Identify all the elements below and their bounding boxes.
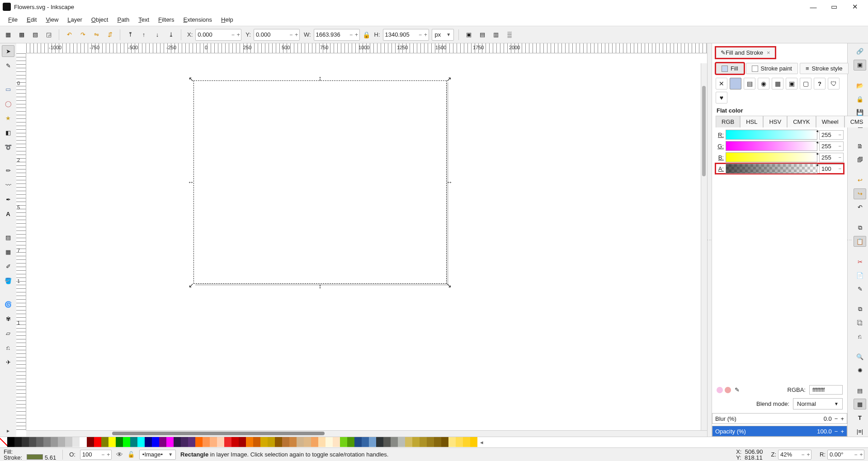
layer-visibility-icon[interactable]: 👁 — [116, 451, 123, 458]
palette-swatch[interactable] — [7, 437, 14, 447]
channel-value-field[interactable]: 100− — [819, 164, 844, 174]
x-input[interactable] — [196, 31, 229, 38]
unlink-clone-icon[interactable]: ⎌ — [854, 331, 866, 342]
w-minus[interactable]: − — [349, 32, 354, 38]
dropper-tool[interactable]: ✐ — [2, 260, 14, 272]
palette-swatch[interactable] — [87, 437, 94, 447]
resize-handle-right[interactable]: ↔ — [446, 179, 453, 186]
blur-plus[interactable]: + — [840, 415, 844, 422]
palette-swatch[interactable] — [123, 437, 130, 447]
panel-collapse-grip[interactable]: ⋮ — [707, 43, 712, 437]
resize-handle-bl[interactable]: ↙ — [189, 282, 194, 289]
transform-affect-scale-icon[interactable]: ▤ — [477, 29, 488, 40]
ruler-vertical[interactable]: 025711 — [16, 53, 26, 430]
w-plus[interactable]: + — [354, 32, 359, 38]
palette-swatch[interactable] — [116, 437, 123, 447]
menu-help[interactable]: Help — [217, 15, 238, 24]
zoom-input[interactable] — [778, 451, 799, 458]
paint-heart-icon[interactable]: ♥ — [716, 92, 727, 103]
palette-swatch[interactable] — [427, 437, 434, 447]
palette-swatch[interactable] — [51, 437, 58, 447]
align-distribute-icon[interactable]: ▤ — [854, 385, 866, 396]
palette-swatch[interactable] — [72, 437, 80, 447]
paint-mesh[interactable]: ▢ — [800, 78, 811, 89]
palette-swatch[interactable] — [58, 437, 65, 447]
channel-value-field[interactable]: 255− — [819, 141, 844, 151]
resize-handle-bottom[interactable]: ↕ — [319, 282, 322, 290]
palette-swatch[interactable] — [65, 437, 72, 447]
lock-layer-icon[interactable]: 🔒 — [854, 94, 866, 104]
selector-tool[interactable]: ➤ — [2, 45, 14, 57]
x-plus[interactable]: + — [236, 32, 241, 38]
h-input[interactable] — [383, 31, 417, 38]
channel-slider[interactable]: ◂ — [726, 152, 817, 162]
menu-file[interactable]: File — [4, 15, 22, 24]
color-tab-cms[interactable]: CMS — [844, 116, 868, 127]
subtab-stroke-style[interactable]: ≡ Stroke style — [800, 63, 849, 74]
palette-swatch[interactable] — [188, 437, 195, 447]
palette-swatch-none[interactable] — [0, 437, 7, 447]
node-tool[interactable]: ✎ — [2, 60, 14, 71]
clipboard-icon[interactable]: 📄 — [854, 270, 866, 281]
copy-icon[interactable]: ⧉ — [854, 222, 866, 233]
palette-swatch[interactable] — [43, 437, 51, 447]
mesh-tool[interactable]: ▦ — [2, 246, 14, 258]
snap-enable-icon[interactable]: 🔗 — [854, 46, 866, 57]
cut-icon[interactable]: ✂ — [854, 256, 866, 267]
lpe-tool[interactable]: ✈ — [2, 356, 14, 368]
palette-swatch[interactable] — [275, 437, 282, 447]
y-plus[interactable]: + — [294, 32, 299, 38]
resize-handle-left[interactable]: ↔ — [188, 179, 194, 186]
xml-editor-icon[interactable]: |≡| — [854, 426, 866, 437]
eraser-tool[interactable]: ▱ — [2, 327, 14, 339]
palette-swatch[interactable] — [217, 437, 224, 447]
palette-swatch[interactable] — [22, 437, 29, 447]
palette-swatch[interactable] — [108, 437, 116, 447]
menu-layer[interactable]: Layer — [63, 15, 87, 24]
color-tab-hsv[interactable]: HSV — [763, 116, 787, 127]
palette-swatch[interactable] — [174, 437, 181, 447]
palette-swatch[interactable] — [333, 437, 340, 447]
menu-object[interactable]: Object — [87, 15, 113, 24]
select-all-icon[interactable]: ▩ — [16, 29, 27, 40]
undo-history-icon[interactable]: ↶ — [854, 202, 866, 213]
master-opacity-field[interactable]: −+ — [80, 450, 112, 460]
palette-swatch[interactable] — [145, 437, 152, 447]
palette-swatch[interactable] — [289, 437, 297, 447]
paint-flat[interactable] — [730, 78, 741, 89]
palette-swatch[interactable] — [369, 437, 376, 447]
palette-swatch[interactable] — [210, 437, 217, 447]
palette-swatch[interactable] — [441, 437, 448, 447]
master-opacity-input[interactable] — [80, 451, 99, 458]
canvas-horizontal-scrollbar[interactable] — [26, 430, 707, 437]
paint-unknown[interactable]: ? — [814, 78, 826, 89]
opacity-minus[interactable]: − — [835, 428, 838, 435]
zoom-selection-icon[interactable]: 🔍 — [854, 351, 866, 362]
undo-icon[interactable]: ↩ — [854, 175, 866, 186]
resize-handle-tl[interactable]: ↖ — [189, 75, 194, 83]
palette-swatch[interactable] — [391, 437, 398, 447]
subtab-fill[interactable]: Fill — [716, 63, 744, 74]
pencil-tool[interactable]: ✏ — [2, 165, 14, 176]
palette-swatch[interactable] — [268, 437, 275, 447]
palette-swatch[interactable] — [282, 437, 289, 447]
rotation-field[interactable]: R: −+ — [820, 450, 864, 460]
palette-swatch[interactable] — [420, 437, 427, 447]
y-field[interactable]: −+ — [254, 29, 300, 41]
window-maximize[interactable]: ▭ — [824, 0, 844, 14]
channel-value-field[interactable]: 255− — [819, 130, 844, 140]
palette-swatch[interactable] — [101, 437, 108, 447]
blur-row[interactable]: Blur (%) 0.0 −+ — [712, 413, 847, 424]
rotate-cw-icon[interactable]: ↷ — [77, 29, 88, 40]
h-plus[interactable]: + — [423, 32, 429, 38]
rgba-input[interactable]: ffffffff — [809, 385, 843, 395]
lower-bottom-icon[interactable]: ⤓ — [165, 29, 176, 40]
eyedropper-icon[interactable]: ✎ — [735, 386, 740, 393]
palette-swatch[interactable] — [246, 437, 253, 447]
palette-swatch[interactable] — [463, 437, 470, 447]
palette-swatch[interactable] — [260, 437, 268, 447]
redo-icon[interactable]: ↪ — [854, 188, 866, 199]
text-dialog-icon[interactable]: T — [854, 412, 866, 423]
zoom-field[interactable]: Z: −+ — [771, 450, 811, 460]
text-tool[interactable]: A — [2, 208, 14, 220]
